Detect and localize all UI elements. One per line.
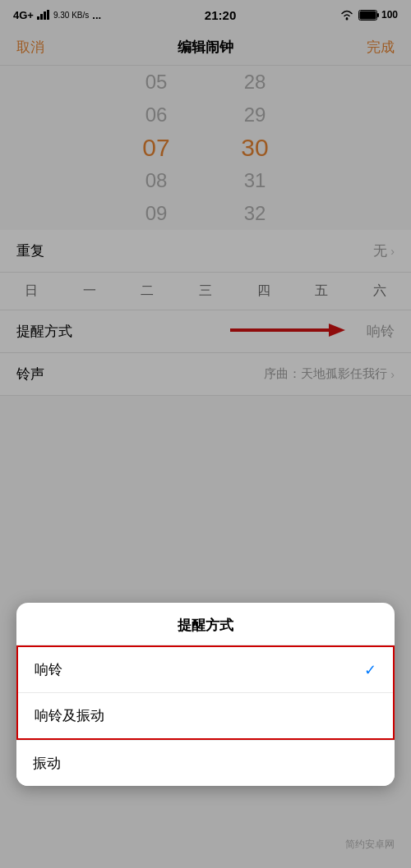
option-ring-vibrate[interactable]: 响铃及振动: [18, 693, 393, 738]
option-ring-vibrate-label: 响铃及振动: [35, 706, 104, 725]
popup-options-bordered: 响铃 ✓ 响铃及振动: [16, 645, 395, 740]
option-vibrate-label: 振动: [33, 754, 61, 773]
popup-title: 提醒方式: [16, 603, 395, 645]
checkmark-icon: ✓: [364, 661, 376, 679]
option-ring[interactable]: 响铃 ✓: [18, 647, 393, 693]
reminder-popup: 提醒方式 响铃 ✓ 响铃及振动 振动: [16, 603, 395, 786]
option-ring-label: 响铃: [35, 660, 62, 679]
option-vibrate[interactable]: 振动: [16, 740, 395, 786]
